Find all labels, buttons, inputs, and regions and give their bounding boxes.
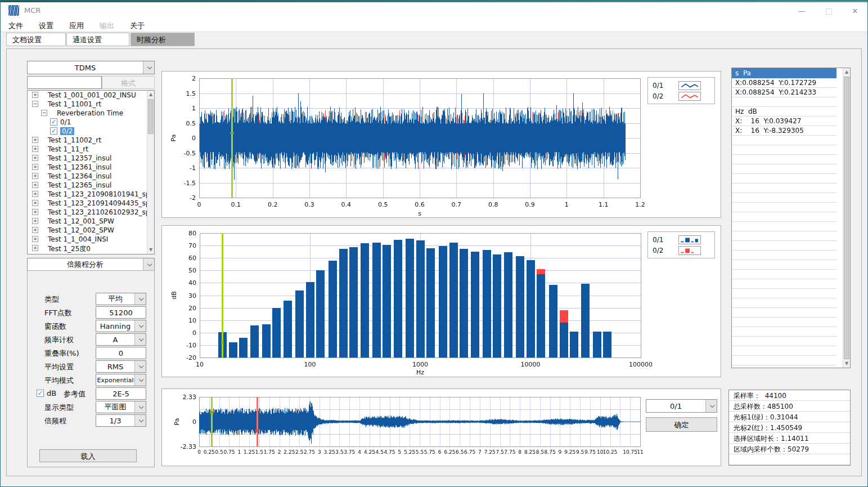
tree-item[interactable]: −Test 1_11001_rt [28,100,154,109]
tree-item-label[interactable]: Test 1_12364_insul [48,172,111,180]
channel-checkbox[interactable]: ✓ [50,127,57,135]
scroll-up-icon[interactable]: ▲ [147,91,154,99]
expand-icon[interactable]: + [32,218,38,224]
form-combo-1[interactable]: 平均 [96,293,146,305]
expand-icon[interactable]: + [32,200,38,206]
octave-spectrum-plot[interactable] [162,226,721,377]
expand-icon[interactable]: + [32,191,38,197]
form-combo-6[interactable]: RMS [96,360,146,373]
channel-select-combo[interactable]: 0/1 [646,399,717,413]
tree-scrollbar-thumb[interactable] [148,99,154,134]
maximize-button[interactable] [819,3,838,19]
readout-scrollbar[interactable]: ▲ ▼ [843,68,850,368]
tree-item[interactable]: +Test 1_001_001_002_INSU [28,91,154,100]
tree-item[interactable]: +Test 1_123_210914094435_spw [28,199,154,208]
legend-row[interactable]: 0/2 [653,245,710,256]
tree-item[interactable]: +Test 1_123_211026102932_spw [28,208,154,217]
tree-item[interactable]: +Test 1_12_001_SPW [28,217,154,226]
legend-row[interactable]: 0/1 [653,80,710,91]
tree-item-label[interactable]: Test 1_25度0 [48,244,91,254]
minimize-button[interactable]: — [792,3,811,19]
scroll-down-icon[interactable]: ▼ [147,246,154,254]
expand-icon[interactable]: + [32,227,38,233]
format-button[interactable]: 格式 [102,76,155,89]
form-input-2[interactable] [96,306,146,319]
tree-item[interactable]: −Reverberation Time [28,109,154,118]
close-button[interactable]: ✕ [845,3,865,19]
readout-scrollbar-thumb[interactable] [844,77,849,359]
collapse-icon[interactable]: − [41,110,47,116]
expand-icon[interactable]: + [32,182,38,188]
tab-3[interactable]: 时频分析 [131,33,195,46]
form-combo-7[interactable]: Exponential [96,374,146,386]
tree-item[interactable]: ✓0/1 [28,118,154,127]
file-format-combo[interactable]: TDMS [27,61,155,74]
load-button[interactable]: 载入 [39,449,137,462]
tab-2[interactable]: 通道设置 [66,33,129,46]
tree-item[interactable]: +Test 1_11002_rt [28,136,154,145]
scroll-down-icon[interactable]: ▼ [843,360,850,368]
tree-item[interactable]: +Test 1_25度0 [28,244,154,253]
tab-1[interactable]: 文档设置 [6,33,66,46]
tree-item[interactable]: ✓0/2 [28,127,154,136]
expand-icon[interactable]: + [32,155,38,161]
tree-item-label[interactable]: Test 1_11001_rt [48,100,101,108]
tree-item[interactable]: +Test 1_12357_insul [28,154,154,163]
tree-item[interactable]: +Test 1_12361_insul [28,163,154,172]
tree-item[interactable]: +Test 1_11_rt [28,145,154,154]
tree-item-label[interactable]: 0/2 [60,127,74,135]
tree-item-label[interactable]: Test 1_001_001_002_INSU [48,91,136,99]
form-combo-10[interactable]: 1/3 [96,414,146,427]
expand-icon[interactable]: + [32,146,38,152]
expand-icon[interactable]: + [32,164,38,170]
collapse-icon[interactable]: − [32,101,38,107]
tree-item-label[interactable]: Test 1_12357_insul [48,154,111,162]
tree-scrollbar[interactable]: ▲ ▼ [147,91,154,254]
tree-item[interactable]: +Test 1_123_210908101941_spw [28,190,154,199]
tree-item-label[interactable]: Test 1_12365_insul [48,181,111,189]
menu-item-3[interactable]: 应用 [61,19,92,33]
form-input-5[interactable] [96,347,146,359]
tree-item[interactable]: +Test 1_1_004_INSI [28,235,154,244]
file-tree[interactable]: +Test 1_001_001_002_INSU−Test 1_11001_rt… [27,90,155,254]
tree-item-label[interactable]: 0/1 [60,118,71,126]
expand-icon[interactable]: + [32,173,38,179]
tree-item-label[interactable]: Test 1_11002_rt [48,136,101,144]
tree-item[interactable]: +Test 1_12_002_SPW [28,226,154,235]
time-waveform-plot[interactable] [162,72,721,217]
channel-checkbox[interactable]: ✓ [50,118,57,126]
tree-item-label[interactable]: Test 1_12_001_SPW [48,217,114,225]
tree-item-label[interactable]: Test 1_12_002_SPW [48,226,114,234]
legend-row[interactable]: 0/1 [653,234,710,245]
tree-item-label[interactable]: Test 1_11_rt [48,145,88,153]
tree-item[interactable]: +Test 1_12365_insul [28,181,154,190]
expand-icon[interactable]: + [32,236,38,242]
menu-item-2[interactable]: 设置 [31,19,61,33]
menu-item-5[interactable]: 关于 [122,19,152,33]
expand-icon[interactable]: + [32,209,38,215]
confirm-button[interactable]: 确定 [646,417,717,432]
full-waveform-plot[interactable] [162,389,721,466]
scroll-up-icon[interactable]: ▲ [843,68,850,76]
menu-item-1[interactable]: 文件 [1,19,31,33]
form-combo-3[interactable]: Hanning [96,320,146,332]
db-checkbox[interactable]: ✓ [37,390,44,397]
form-input-8[interactable] [96,387,146,400]
title-bar[interactable]: MCR — ✕ [1,2,867,19]
readout-row [732,136,836,145]
expand-icon[interactable]: + [32,137,38,143]
form-combo-4[interactable]: A [96,333,146,346]
legend-row[interactable]: 0/2 [653,91,710,101]
tree-item[interactable]: +Test 1_12364_insul [28,172,154,181]
filter-input[interactable] [27,76,102,89]
expand-icon[interactable]: + [32,245,38,251]
tree-item-label[interactable]: Test 1_12361_insul [48,163,111,171]
expand-icon[interactable]: + [32,92,38,98]
analysis-type-combo[interactable]: 倍频程分析 [27,258,155,271]
tree-item-label[interactable]: Test 1_1_004_INSI [48,235,108,243]
tree-item-label[interactable]: Test 1_123_210908101941_spw [48,190,155,198]
tree-item-label[interactable]: Test 1_123_211026102932_spw [48,208,155,216]
tree-item-label[interactable]: Reverberation Time [57,109,123,117]
form-combo-9[interactable]: 平面图 [96,401,146,413]
tree-item-label[interactable]: Test 1_123_210914094435_spw [48,199,155,207]
